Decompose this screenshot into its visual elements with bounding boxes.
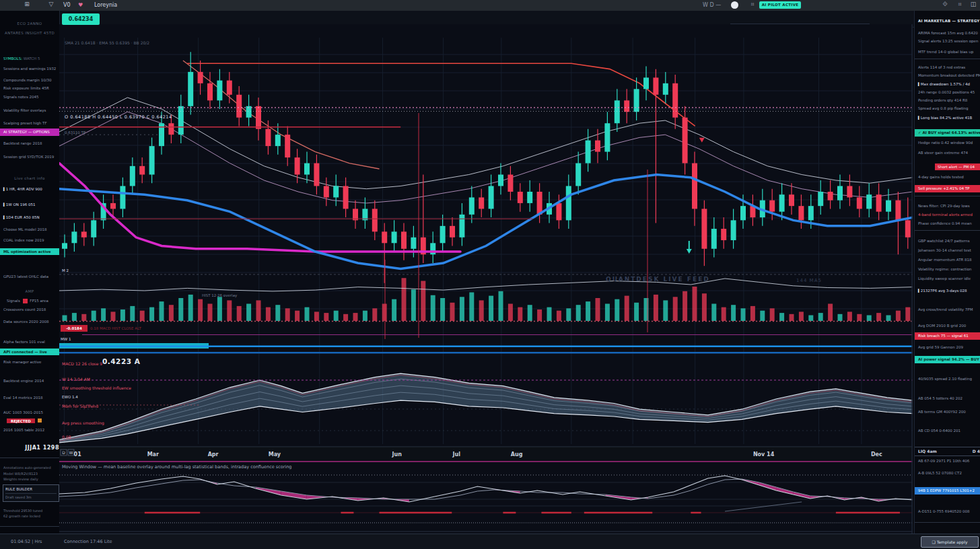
list-item[interactable]: Compounds margin 10/30 bbox=[0, 78, 60, 82]
app-grid-icon[interactable]: ⊞ bbox=[20, 1, 34, 7]
list-item[interactable]: Risk breach 75 — signal 61 bbox=[915, 332, 980, 340]
list-item[interactable]: AB 054 5 totters 40 202 bbox=[915, 396, 980, 400]
list-item[interactable]: Eval 14 metrics 2018 bbox=[0, 396, 60, 400]
chart-overlay-label: Mom for SqzTrend bbox=[62, 404, 98, 408]
list-item[interactable]: MTF trend 14-0 global bias up bbox=[915, 50, 980, 54]
list-item[interactable]: Pending orders qty 414 R8 bbox=[915, 98, 980, 102]
list-item[interactable]: LIQ 4amⅮ 4M bbox=[915, 447, 980, 456]
list-item[interactable]: ANTARES INSIGHT 45TD bbox=[0, 31, 59, 35]
list-item[interactable]: 21327P6 avg 3-days 028 bbox=[915, 289, 980, 293]
list-item[interactable]: 62 growth rate locked bbox=[0, 514, 60, 518]
list-item[interactable]: 2016 1005 table 2012 bbox=[0, 428, 60, 432]
list-item[interactable]: Momentum breakout detected PM bbox=[915, 73, 980, 77]
list-item[interactable]: AB 67-09 2971 P1 10th 406 bbox=[915, 459, 980, 463]
svg-text:Nov 14: Nov 14 bbox=[753, 451, 775, 458]
chart-overlay-label: O 0.64188 H 0.64450 L 0.63970 C 0.64214 bbox=[65, 114, 172, 120]
list-item[interactable]: Annotations auto-generated bbox=[0, 466, 60, 470]
list-item[interactable]: Johansen 30-14 channel test bbox=[915, 248, 980, 252]
layout-grid-icon[interactable]: ⌗ bbox=[746, 1, 759, 8]
list-item[interactable]: Signals FP15 area bbox=[0, 299, 60, 303]
list-item[interactable]: Volatility filter overlays bbox=[0, 108, 60, 112]
autopilot-pill-button[interactable]: AI PILOT ACTIVE bbox=[759, 1, 801, 9]
list-item[interactable]: Threshold 29530 tuned bbox=[0, 509, 60, 513]
list-item[interactable]: Spread avg 0.8 pip floating bbox=[915, 106, 980, 110]
list-item[interactable]: 1D4 EUR A50 85N bbox=[0, 215, 60, 219]
list-item[interactable]: API connected — live bbox=[0, 349, 60, 355]
trading-terminal-window: ⊞ ▽ V0 ♥ Loreynia W Ⅾ — ⌗ AI PILOT ACTIV… bbox=[0, 0, 980, 549]
list-item[interactable]: Liquidity sweep scanner idle bbox=[915, 277, 980, 281]
list-item[interactable]: Crossovers count 2018 bbox=[0, 307, 60, 312]
list-item[interactable]: Avg cross/trend volatility 7PM bbox=[915, 307, 980, 312]
template-apply-button[interactable]: Template apply bbox=[921, 536, 979, 548]
list-item[interactable]: Risk exposure limits 45R bbox=[0, 86, 60, 90]
list-item[interactable]: A-D151 0-755 6940520 008 bbox=[915, 509, 980, 513]
list-item[interactable]: 4-band terminal alerts armed bbox=[915, 213, 980, 217]
list-item[interactable]: Avg grid 59 Gannon 209 bbox=[915, 345, 980, 349]
list-item[interactable]: Live chart info bbox=[0, 176, 59, 180]
list-item[interactable]: JJJA1 1298 bbox=[0, 445, 60, 451]
list-item[interactable]: AB steer gain extreme 474 bbox=[915, 151, 980, 155]
list-item[interactable]: A-B 09L5 52 07080 CT2 bbox=[915, 471, 980, 475]
list-item[interactable]: Volatility regime: contraction bbox=[915, 267, 980, 271]
list-item[interactable]: ML optimization active bbox=[0, 248, 60, 255]
list-item[interactable]: 1 HR, 4HR ADV 900 bbox=[0, 187, 60, 191]
list-item[interactable]: Signal alerts 13:25 session open bbox=[915, 39, 980, 43]
main-chart[interactable]: DW01MarAprMayJunJulAugNov 14Dec bbox=[59, 24, 913, 534]
list-item[interactable]: REJECTED bbox=[0, 418, 60, 423]
list-item[interactable]: Data sources 2020 2008 bbox=[0, 320, 60, 324]
list-item[interactable]: Sell pressure +2.41% 04 TP bbox=[915, 185, 980, 192]
target-icon[interactable]: ⟐ bbox=[938, 1, 952, 8]
list-item[interactable]: Phase confidence 0.94 mean bbox=[915, 221, 980, 225]
list-item[interactable]: Scalping preset high TF bbox=[0, 121, 60, 125]
list-item[interactable]: AMP bbox=[0, 289, 59, 293]
list-item[interactable]: Short alert — PM 04 bbox=[935, 163, 980, 170]
list-item[interactable]: Signals notes 2045 bbox=[0, 95, 60, 99]
right-sidebar: AI MARKETLAB — STRATEGY PANELARIMA forec… bbox=[914, 11, 980, 534]
list-item[interactable]: Max drawdown 1.57% / 4d bbox=[915, 82, 980, 86]
list-item[interactable]: Choose ML model 2018 bbox=[0, 227, 60, 231]
svg-text:Mar: Mar bbox=[147, 451, 159, 458]
list-item[interactable]: Session grid SYD/TOK 2019 bbox=[0, 155, 60, 159]
svg-text:May: May bbox=[269, 451, 281, 458]
list-item[interactable]: Backtest engine 2014 bbox=[0, 379, 60, 383]
list-item[interactable]: Avg DOM 2910 B grid 200 bbox=[915, 324, 980, 328]
list-item[interactable]: ARIMA forecast 15m avg 0.6420 bbox=[915, 31, 980, 35]
list-item[interactable]: GBP watchlist 24/7 patterns bbox=[915, 239, 980, 243]
list-item[interactable]: ✓ AI BUY signal 64.13% active bbox=[915, 129, 980, 137]
list-item[interactable]: AUC 1003 3001-2015 bbox=[0, 410, 60, 414]
list-item[interactable]: 24h range 0.0032 positions 45 bbox=[915, 90, 980, 94]
list-item[interactable]: ECO 2ANNO bbox=[0, 22, 59, 26]
list-item[interactable]: News filter: CPI 29-day lows bbox=[915, 204, 980, 208]
bid-price-button[interactable]: 0.64234 bbox=[62, 13, 100, 25]
list-item[interactable]: AB terms GM 400Y92 200 bbox=[915, 410, 980, 414]
favorite-icon[interactable]: ♥ bbox=[78, 2, 83, 8]
grid-icon[interactable]: ⌗ bbox=[953, 1, 967, 8]
list-item[interactable]: Model W8/R2V/8123 bbox=[0, 472, 60, 476]
list-item[interactable]: Weights review daily bbox=[0, 477, 60, 481]
list-item[interactable]: RULE BUILDERDraft saved 3m bbox=[3, 484, 59, 502]
list-item[interactable]: 94B 1 EDPW 7791015 L301+2 bbox=[915, 487, 980, 495]
list-item[interactable]: Hedge ratio 0.42 window 90d bbox=[915, 141, 980, 145]
list-item[interactable]: COAL index now 2019 bbox=[0, 238, 60, 242]
list-item[interactable]: AI MARKETLAB — STRATEGY PANEL bbox=[915, 19, 980, 23]
list-item[interactable]: AI power signal 94.2% — BUY bbox=[915, 356, 980, 363]
list-item[interactable]: 1W ON 196 051 bbox=[0, 203, 60, 207]
list-item[interactable]: Backtest range 2018 bbox=[0, 141, 60, 145]
account-avatar[interactable] bbox=[731, 1, 738, 9]
list-item[interactable]: AI STRATEGY — OPTIONS bbox=[0, 129, 60, 136]
list-item[interactable]: 40/9035 spread 2.10 floating bbox=[915, 377, 980, 381]
title-bar: ⊞ ▽ V0 ♥ Loreynia W Ⅾ — ⌗ AI PILOT ACTIV… bbox=[0, 0, 980, 11]
list-item[interactable]: Risk manager active bbox=[0, 360, 60, 364]
dropdown-icon[interactable]: ▽ bbox=[44, 1, 58, 7]
list-item[interactable]: 4-day gains holds tested bbox=[915, 175, 980, 179]
list-item[interactable]: GPU23 latest OHLC data bbox=[0, 274, 60, 279]
list-item[interactable]: Alerts 114 of 3 red extras bbox=[915, 65, 980, 69]
window-icon[interactable]: ◫ bbox=[967, 1, 980, 7]
list-item[interactable]: Long bias 84.2% active 41B bbox=[915, 116, 980, 120]
list-item[interactable]: SYMBOLS: WATCH 5 bbox=[0, 57, 60, 61]
list-item[interactable]: Alpha factors 101 eval bbox=[0, 340, 60, 344]
list-item[interactable]: AB CD 054 0-6400 201 bbox=[915, 429, 980, 433]
list-item[interactable]: Angular momentum ATR 818 bbox=[915, 258, 980, 262]
version-label: V0 bbox=[63, 2, 71, 8]
list-item[interactable]: Sessions and warnings 1932 bbox=[0, 67, 60, 71]
